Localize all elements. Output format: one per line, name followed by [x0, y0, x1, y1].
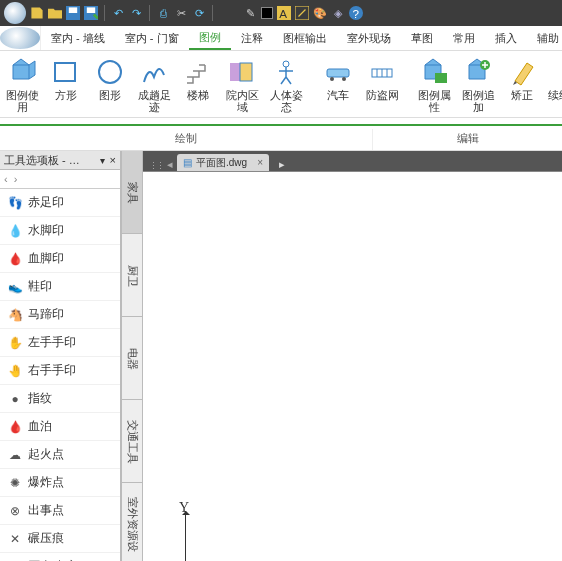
dice-icon[interactable]: ◈	[331, 6, 345, 20]
ribbon-button[interactable]: 图形	[88, 51, 132, 117]
list-item[interactable]: ✺爆炸点	[0, 469, 120, 497]
open-icon[interactable]	[48, 6, 62, 20]
chevron-left-icon[interactable]: ◂	[167, 158, 173, 171]
ribbon-button[interactable]: 续绘成趟足迹	[544, 51, 562, 117]
vertical-tab-label: 电器	[125, 347, 140, 369]
list-item[interactable]: ✋左手手印	[0, 329, 120, 357]
list-item[interactable]: 🩸血脚印	[0, 245, 120, 273]
ribbon-button[interactable]: 汽车	[316, 51, 360, 117]
black-swatch[interactable]	[261, 7, 273, 19]
vertical-tab-label: 厨卫	[125, 264, 140, 286]
vertical-tab-label: 室外资源设	[125, 497, 140, 552]
panel-header[interactable]: 工具选项板 - … ▾ ×	[0, 151, 120, 170]
ribbon-icon	[139, 57, 169, 87]
menubar: 室内 - 墙线室内 - 门窗图例注释图框输出室外现场草图常用插入辅助	[0, 26, 562, 51]
vertical-tab[interactable]: 电器	[122, 317, 142, 400]
help-icon[interactable]: ?	[349, 6, 363, 20]
list-item[interactable]: ☁起火点	[0, 441, 120, 469]
menu-item[interactable]: 室内 - 门窗	[115, 26, 189, 50]
vertical-tabs: 家具厨卫电器交通工具室外资源设	[121, 151, 143, 561]
item-icon: 👟	[8, 280, 22, 294]
menu-item[interactable]: 辅助	[527, 26, 562, 50]
close-icon[interactable]: ×	[257, 157, 263, 168]
list-item[interactable]: ⊗出事点	[0, 497, 120, 525]
vertical-tab[interactable]: 厨卫	[122, 234, 142, 317]
ribbon-button[interactable]: 成趟足迹	[132, 51, 176, 117]
new-icon[interactable]	[30, 6, 44, 20]
titlebar: ↶ ↷ ⎙ ✂ ⟳ ✎ A 🎨 ◈ ?	[0, 0, 562, 26]
saveas-icon[interactable]	[84, 6, 98, 20]
ribbon: 图例使用方形图形成趟足迹楼梯院内区域人体姿态 汽车防盗网 图例属性图例追加矫正续…	[0, 51, 562, 118]
close-icon[interactable]: ×	[110, 154, 116, 166]
refresh-icon[interactable]: ⟳	[192, 6, 206, 20]
list-item[interactable]: 👟鞋印	[0, 273, 120, 301]
ribbon-button[interactable]: 图例使用	[0, 51, 44, 117]
cut-icon[interactable]: ✂	[174, 6, 188, 20]
menu-item[interactable]: 图框输出	[273, 26, 337, 50]
item-icon: 🤚	[8, 364, 22, 378]
item-label: 血泊	[28, 418, 52, 435]
edit-box-icon[interactable]	[295, 6, 309, 20]
menu-item[interactable]: 室外现场	[337, 26, 401, 50]
item-label: 右手手印	[28, 362, 76, 379]
redo-icon[interactable]: ↷	[129, 6, 143, 20]
list-item[interactable]: 🩸血泊	[0, 413, 120, 441]
chevron-left-icon[interactable]: ‹	[4, 173, 8, 185]
text-a-icon[interactable]: A	[277, 6, 291, 20]
palette-icon[interactable]: 🎨	[313, 6, 327, 20]
list-item[interactable]: ✕碾压痕	[0, 525, 120, 553]
list-item[interactable]: 👣赤足印	[0, 189, 120, 217]
drawing-canvas[interactable]: Y	[143, 171, 562, 561]
ribbon-button[interactable]: 图例属性	[412, 51, 456, 117]
list-item[interactable]: 💧水脚印	[0, 217, 120, 245]
list-item[interactable]: 🐴马蹄印	[0, 301, 120, 329]
ribbon-icon	[51, 57, 81, 87]
vertical-tab[interactable]: 家具	[122, 151, 142, 234]
menu-item[interactable]: 常用	[443, 26, 485, 50]
svg-point-16	[342, 77, 346, 81]
ribbon-button[interactable]: 防盗网	[360, 51, 404, 117]
ribbon-button[interactable]: 矫正	[500, 51, 544, 117]
svg-rect-14	[327, 69, 349, 77]
list-item[interactable]: ●指纹	[0, 385, 120, 413]
vertical-tab[interactable]: 室外资源设	[122, 483, 142, 561]
pen-icon[interactable]: ✎	[243, 6, 257, 20]
vertical-tab[interactable]: 交通工具	[122, 400, 142, 483]
menu-item[interactable]: 图例	[189, 26, 231, 50]
ribbon-button[interactable]: 图例追加	[456, 51, 500, 117]
item-label: 碾压痕	[28, 530, 64, 547]
ribbon-button[interactable]: 人体姿态	[264, 51, 308, 117]
menu-item[interactable]: 草图	[401, 26, 443, 50]
ribbon-icon	[367, 57, 397, 87]
ribbon-label: 方形	[55, 89, 77, 101]
undo-icon[interactable]: ↶	[111, 6, 125, 20]
item-icon: 🐴	[8, 308, 22, 322]
list-item[interactable]: ✳石击玻璃	[0, 553, 120, 561]
list-item[interactable]: 🤚右手手印	[0, 357, 120, 385]
tool-option-panel: 工具选项板 - … ▾ × ‹ › 👣赤足印💧水脚印🩸血脚印👟鞋印🐴马蹄印✋左手…	[0, 151, 121, 561]
vertical-tab-label: 交通工具	[125, 419, 140, 463]
ribbon-button[interactable]: 楼梯	[176, 51, 220, 117]
print-icon[interactable]: ⎙	[156, 6, 170, 20]
menu-item[interactable]: 室内 - 墙线	[41, 26, 115, 50]
item-icon: 💧	[8, 224, 22, 238]
drag-handle-icon[interactable]: ⋮⋮	[149, 161, 163, 171]
menu-item[interactable]: 注释	[231, 26, 273, 50]
vertical-tab-label: 家具	[125, 181, 140, 203]
menu-item[interactable]: 插入	[485, 26, 527, 50]
app-menu-icon[interactable]	[0, 26, 41, 50]
save-icon[interactable]	[66, 6, 80, 20]
panel-menu-icon[interactable]: ▾	[100, 155, 106, 166]
document-tab[interactable]: ▤ 平面图.dwg ×	[177, 154, 269, 171]
svg-text:A: A	[279, 7, 287, 20]
svg-rect-11	[230, 63, 240, 81]
chevron-right-icon[interactable]: ▸	[279, 158, 285, 171]
chevron-right-icon[interactable]: ›	[14, 173, 18, 185]
separator	[104, 5, 105, 21]
item-icon: ●	[8, 392, 22, 406]
ribbon-icon	[419, 57, 449, 87]
ribbon-button[interactable]: 院内区域	[220, 51, 264, 117]
ribbon-button[interactable]: 方形	[44, 51, 88, 117]
item-label: 血脚印	[28, 250, 64, 267]
ribbon-icon	[463, 57, 493, 87]
